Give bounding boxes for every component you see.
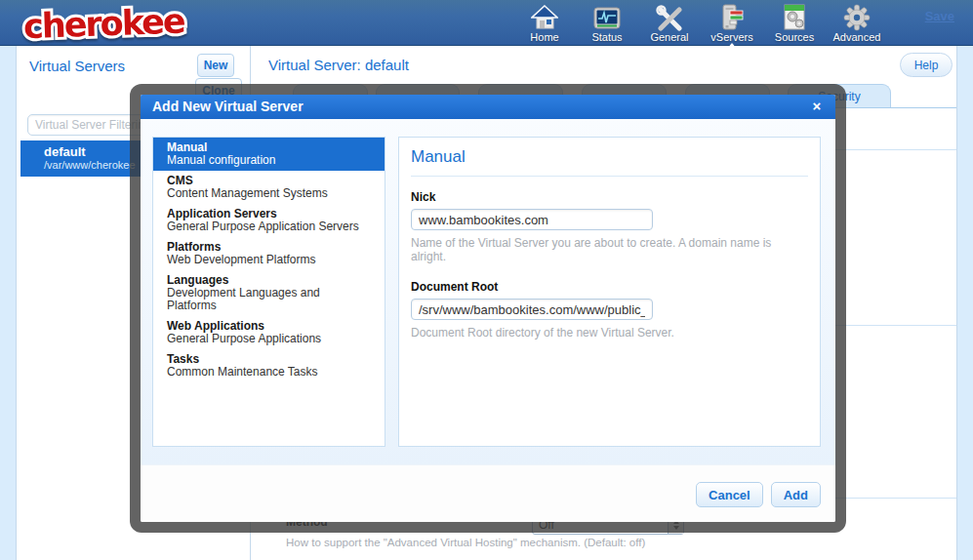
nav-label: Home xyxy=(530,31,558,44)
save-link[interactable]: Save xyxy=(925,9,954,23)
menu-item-platforms[interactable]: Platforms Web Development Platforms xyxy=(153,237,385,270)
nav-item-sources[interactable]: Sources xyxy=(763,3,826,46)
document-root-label: Document Root xyxy=(411,280,808,294)
menu-item-cms[interactable]: CMS Content Management Systems xyxy=(153,171,385,204)
right-scroll-gutter[interactable] xyxy=(956,46,973,560)
help-button[interactable]: Help xyxy=(900,53,953,77)
nav-label: Sources xyxy=(775,31,814,44)
menu-item-subtitle: General Purpose Applications xyxy=(167,333,371,345)
document-root-field-group: Document Root Document Root directory of… xyxy=(411,280,808,340)
menu-item-subtitle: Web Development Platforms xyxy=(167,254,371,266)
nick-help-text: Name of the Virtual Server you are about… xyxy=(411,236,808,263)
nav-label: Advanced xyxy=(833,31,881,44)
home-icon xyxy=(531,3,558,31)
page-title: Virtual Server: default xyxy=(268,57,409,73)
wizard-category-menu: Manual Manual configuration CMS Content … xyxy=(152,137,385,447)
menu-item-languages[interactable]: Languages Development Languages and Plat… xyxy=(153,270,385,316)
main-nav: Home Status xyxy=(513,3,888,46)
advanced-icon xyxy=(843,3,871,31)
logo-text: cherokee xyxy=(22,1,185,45)
menu-item-manual[interactable]: Manual Manual configuration xyxy=(153,138,385,171)
close-icon[interactable]: × xyxy=(808,95,826,119)
dialog-body: Manual Manual configuration CMS Content … xyxy=(141,119,835,464)
nav-label: Status xyxy=(591,31,622,44)
nav-item-advanced[interactable]: Advanced xyxy=(826,3,888,46)
document-root-input[interactable] xyxy=(411,299,653,320)
nav-item-home[interactable]: Home xyxy=(513,3,576,46)
menu-item-subtitle: General Purpose Application Servers xyxy=(167,220,371,233)
nav-item-vservers[interactable]: vServers xyxy=(701,3,763,46)
method-help-text: How to support the "Advanced Virtual Hos… xyxy=(286,537,645,548)
menu-item-subtitle: Manual configuration xyxy=(167,154,371,167)
status-icon xyxy=(593,3,621,31)
menu-item-subtitle: Development Languages and Platforms xyxy=(167,287,371,312)
dialog-footer: Cancel Add xyxy=(141,464,835,522)
add-button[interactable]: Add xyxy=(771,482,821,507)
menu-item-subtitle: Content Management Systems xyxy=(167,187,371,200)
menu-item-web-applications[interactable]: Web Applications General Purpose Applica… xyxy=(153,316,385,349)
document-root-help-text: Document Root directory of the new Virtu… xyxy=(411,326,808,340)
sidebar-title: Virtual Servers xyxy=(29,58,125,74)
nick-input[interactable] xyxy=(411,209,653,230)
manual-config-panel: Manual Nick Name of the Virtual Server y… xyxy=(398,137,821,447)
top-navigation-bar: cherokee Home xyxy=(0,0,973,46)
nav-label: General xyxy=(650,31,688,44)
dialog-title: Add New Virtual Server xyxy=(152,99,304,114)
left-gutter xyxy=(0,46,17,560)
menu-item-tasks[interactable]: Tasks Common Maintenance Tasks xyxy=(153,349,385,382)
new-virtual-server-button[interactable]: New xyxy=(197,54,234,77)
menu-item-subtitle: Common Maintenance Tasks xyxy=(167,366,371,379)
nick-field-group: Nick Name of the Virtual Server you are … xyxy=(411,190,808,263)
cherokee-admin-screen: cherokee Home xyxy=(0,0,973,560)
dialog-titlebar: Add New Virtual Server × xyxy=(141,95,835,119)
nav-item-status[interactable]: Status xyxy=(576,3,638,46)
cancel-button[interactable]: Cancel xyxy=(696,482,763,507)
add-virtual-server-dialog: Add New Virtual Server × Manual Manual c… xyxy=(141,95,835,522)
nav-item-general[interactable]: General xyxy=(638,3,701,46)
nick-label: Nick xyxy=(411,190,808,204)
panel-heading: Manual xyxy=(411,147,808,177)
general-icon xyxy=(656,3,683,31)
vservers-icon xyxy=(718,3,746,31)
sources-icon xyxy=(781,3,808,31)
modal-overlay-frame: Add New Virtual Server × Manual Manual c… xyxy=(130,84,846,533)
dialog-button-row: Cancel Add xyxy=(696,482,821,507)
menu-item-application-servers[interactable]: Application Servers General Purpose Appl… xyxy=(153,204,385,237)
cherokee-logo: cherokee xyxy=(20,1,205,49)
